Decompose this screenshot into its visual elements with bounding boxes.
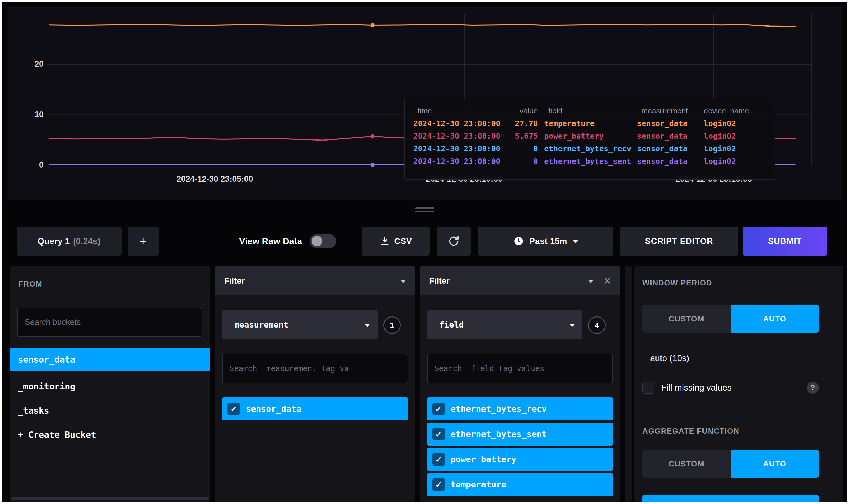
- partial-panel-edge: [625, 266, 632, 502]
- horizontal-scrollbar[interactable]: [11, 497, 209, 500]
- chevron-down-icon: [588, 280, 594, 283]
- query-duration: (0.24s): [73, 236, 101, 246]
- fill-missing-checkbox[interactable]: [642, 382, 654, 394]
- tooltip-cell: 5.675: [506, 131, 538, 141]
- value-label: temperature: [451, 480, 506, 489]
- bucket-item-sensor-data[interactable]: sensor_data: [10, 348, 210, 371]
- influxdb-data-explorer: 20 10 0 2024-12-30 23:05:00 2024-12-30 2…: [2, 2, 847, 502]
- bucket-item-monitoring[interactable]: _monitoring: [10, 375, 210, 398]
- script-editor-button[interactable]: SCRIPT EDITOR: [620, 227, 738, 255]
- check-icon: ✓: [435, 404, 442, 414]
- tooltip-cell: 0: [506, 156, 538, 166]
- aggregate-selected-item-partial[interactable]: [642, 495, 819, 502]
- tooltip-cell: 2024-12-30 23:08:00: [413, 131, 500, 141]
- submit-button[interactable]: SUBMIT: [743, 227, 827, 255]
- field-value-ethernet-bytes-recv[interactable]: ✓ ethernet_bytes_recv: [427, 397, 613, 420]
- query-tab-label: Query 1: [38, 236, 70, 246]
- tooltip-cell: sensor_data: [637, 118, 698, 129]
- tooltip-header-device: device_name: [704, 106, 746, 116]
- y-axis-tick: 20: [15, 59, 43, 69]
- toggle-knob-icon: [312, 236, 322, 246]
- check-icon: ✓: [435, 455, 442, 464]
- filter-type-dropdown[interactable]: Filter: [215, 266, 415, 295]
- bucket-label: _tasks: [18, 406, 49, 416]
- tooltip-cell: sensor_data: [637, 143, 698, 154]
- plus-icon: +: [140, 234, 146, 248]
- checkbox-checked-icon[interactable]: ✓: [432, 478, 445, 491]
- field-value-ethernet-bytes-sent[interactable]: ✓ ethernet_bytes_sent: [427, 422, 613, 446]
- tooltip-header-time: _time: [413, 106, 500, 116]
- submit-label: SUBMIT: [768, 236, 802, 246]
- panel-resize-handle[interactable]: [415, 206, 435, 214]
- time-series-chart-panel: 20 10 0 2024-12-30 23:05:00 2024-12-30 2…: [7, 6, 843, 200]
- clock-icon: [513, 236, 524, 247]
- filter-title: Filter: [224, 276, 400, 286]
- question-mark: ?: [810, 383, 815, 392]
- checkbox-checked-icon[interactable]: ✓: [432, 428, 445, 440]
- tooltip-cell: login02: [704, 118, 746, 129]
- aggregate-function-title: AGGREGATE FUNCTION: [642, 427, 740, 435]
- chevron-down-icon: [364, 324, 370, 327]
- window-custom-option[interactable]: CUSTOM: [642, 305, 730, 333]
- value-label: power_battery: [451, 454, 516, 464]
- value-label: sensor_data: [246, 404, 302, 414]
- custom-label: CUSTOM: [669, 314, 704, 323]
- tooltip-cell: login02: [704, 156, 746, 166]
- field-key-dropdown[interactable]: _field: [427, 310, 582, 339]
- help-icon[interactable]: ?: [807, 382, 819, 394]
- filter-title: Filter: [429, 276, 588, 286]
- value-label: ethernet_bytes_sent: [451, 429, 547, 439]
- create-bucket-button[interactable]: + Create Bucket: [10, 423, 210, 446]
- fill-missing-values-row: Fill missing values ?: [642, 382, 819, 394]
- bucket-item-tasks[interactable]: _tasks: [10, 399, 210, 422]
- custom-label: CUSTOM: [669, 460, 704, 468]
- time-range-label: Past 15m: [529, 236, 567, 246]
- download-csv-button[interactable]: CSV: [362, 227, 430, 255]
- tooltip-cell: power_battery: [544, 131, 631, 141]
- badge-count: 1: [390, 321, 394, 330]
- tooltip-cell: 27.78: [506, 118, 538, 129]
- measurement-search-input[interactable]: [222, 354, 408, 383]
- chevron-down-icon: [573, 240, 578, 244]
- measurement-value-sensor-data[interactable]: ✓ sensor_data: [222, 397, 408, 420]
- csv-label: CSV: [394, 236, 412, 246]
- field-value-power-battery[interactable]: ✓ power_battery: [427, 448, 613, 471]
- chevron-down-icon: [569, 324, 575, 327]
- query-tab[interactable]: Query 1 (0.24s): [17, 227, 122, 255]
- measurement-key-label: _measurement: [230, 320, 364, 329]
- window-auto-option[interactable]: AUTO: [730, 305, 819, 333]
- time-range-dropdown[interactable]: Past 15m: [478, 227, 613, 255]
- tooltip-header-field: _field: [544, 106, 631, 116]
- auto-label: AUTO: [763, 460, 786, 468]
- refresh-button[interactable]: [437, 227, 471, 255]
- tooltip-cell: login02: [704, 131, 746, 141]
- auto-label: AUTO: [763, 314, 786, 323]
- aggregate-custom-option[interactable]: CUSTOM: [642, 450, 730, 478]
- aggregate-auto-option[interactable]: AUTO: [730, 450, 819, 478]
- field-search-input[interactable]: [427, 354, 613, 383]
- checkbox-checked-icon[interactable]: ✓: [432, 453, 445, 466]
- check-icon: ✓: [230, 404, 237, 414]
- checkbox-checked-icon[interactable]: ✓: [432, 402, 445, 415]
- add-query-button[interactable]: +: [128, 227, 159, 255]
- selected-count-badge: 1: [383, 317, 401, 334]
- aggregate-mode-toggle: CUSTOM AUTO: [642, 450, 819, 478]
- measurement-filter-panel: Filter _measurement 1 ✓ sensor_data: [215, 266, 415, 502]
- measurement-key-dropdown[interactable]: _measurement: [222, 310, 378, 339]
- window-period-mode-toggle: CUSTOM AUTO: [642, 305, 819, 333]
- filter-type-dropdown[interactable]: Filter ×: [420, 266, 620, 295]
- y-axis-tick: 0: [15, 160, 43, 170]
- download-icon: [379, 236, 390, 246]
- chart-hover-tooltip: _time _value _field _measurement device_…: [404, 99, 775, 180]
- y-axis-tick: 10: [15, 110, 43, 119]
- close-filter-icon[interactable]: ×: [604, 275, 611, 287]
- window-period-panel: WINDOW PERIOD CUSTOM AUTO auto (10s) Fil…: [634, 266, 844, 502]
- bucket-search-input[interactable]: [17, 308, 202, 337]
- field-value-temperature[interactable]: ✓ temperature: [427, 473, 613, 496]
- checkbox-checked-icon[interactable]: ✓: [228, 402, 240, 415]
- value-label: ethernet_bytes_recv: [451, 404, 547, 414]
- view-raw-data-toggle[interactable]: [310, 234, 336, 248]
- tooltip-cell: 2024-12-30 23:08:00: [413, 118, 500, 129]
- tooltip-cell: ethernet_bytes_sent: [544, 156, 631, 166]
- view-raw-data-label: View Raw Data: [239, 236, 302, 246]
